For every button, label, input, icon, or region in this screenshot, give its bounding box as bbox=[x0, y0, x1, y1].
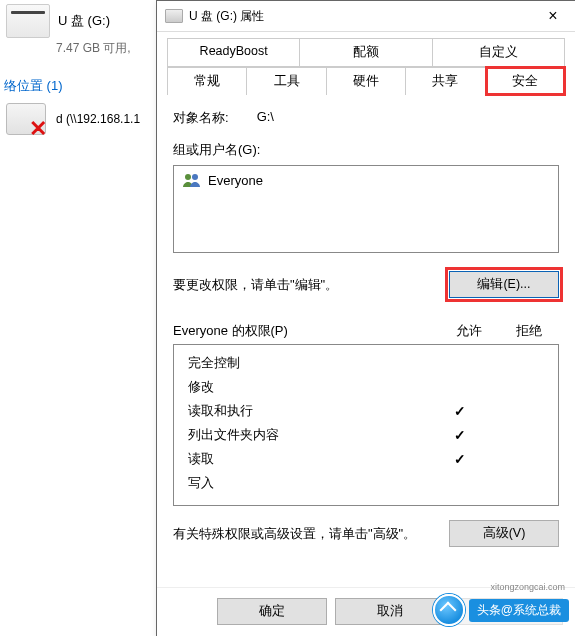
tab-strip: ReadyBoost 配额 自定义 常规 工具 硬件 共享 安全 bbox=[157, 32, 575, 95]
perm-name: 完全控制 bbox=[182, 354, 430, 372]
user-entry-label: Everyone bbox=[208, 173, 263, 188]
dialog-button-bar: 确定 取消 应用(A) bbox=[157, 587, 575, 636]
drive-label: U 盘 (G:) bbox=[58, 12, 110, 30]
perm-row: 读取和执行 bbox=[182, 399, 550, 423]
perm-row: 写入 bbox=[182, 471, 550, 495]
advanced-button[interactable]: 高级(V) bbox=[449, 520, 559, 547]
tab-row-1: ReadyBoost 配额 自定义 bbox=[167, 38, 565, 67]
perm-row: 完全控制 bbox=[182, 351, 550, 375]
tab-security[interactable]: 安全 bbox=[486, 67, 565, 95]
object-name-row: 对象名称: G:\ bbox=[173, 109, 559, 127]
perm-row: 修改 bbox=[182, 375, 550, 399]
drive-icon bbox=[6, 4, 50, 38]
permissions-header: Everyone 的权限(P) 允许 拒绝 bbox=[173, 322, 559, 340]
object-name-label: 对象名称: bbox=[173, 109, 229, 127]
column-allow: 允许 bbox=[439, 322, 499, 340]
permissions-listbox[interactable]: 完全控制 修改 读取和执行 列出文件夹内容 读取 bbox=[173, 344, 559, 506]
perm-row: 读取 bbox=[182, 447, 550, 471]
window-title: U 盘 (G:) 属性 bbox=[189, 8, 531, 25]
perm-allow bbox=[430, 427, 490, 443]
tab-customize[interactable]: 自定义 bbox=[433, 38, 565, 66]
svg-point-1 bbox=[192, 174, 198, 180]
advanced-hint-text: 有关特殊权限或高级设置，请单击"高级"。 bbox=[173, 525, 449, 543]
column-deny: 拒绝 bbox=[499, 322, 559, 340]
titlebar: U 盘 (G:) 属性 × bbox=[157, 1, 575, 32]
group-user-label: 组或用户名(G): bbox=[173, 141, 559, 159]
perm-allow bbox=[430, 403, 490, 419]
network-item-label: d (\\192.168.1.1 bbox=[56, 112, 140, 126]
apply-button[interactable]: 应用(A) bbox=[453, 598, 563, 625]
perm-name: 列出文件夹内容 bbox=[182, 426, 430, 444]
tab-tools[interactable]: 工具 bbox=[247, 67, 326, 95]
properties-dialog: U 盘 (G:) 属性 × ReadyBoost 配额 自定义 常规 工具 硬件… bbox=[156, 0, 575, 636]
tab-general[interactable]: 常规 bbox=[167, 67, 247, 95]
permissions-header-label: Everyone 的权限(P) bbox=[173, 322, 439, 340]
svg-point-0 bbox=[185, 174, 191, 180]
ok-button[interactable]: 确定 bbox=[217, 598, 327, 625]
perm-row: 列出文件夹内容 bbox=[182, 423, 550, 447]
dialog-body: 对象名称: G:\ 组或用户名(G): Everyone 要更改权限，请单击"编… bbox=[157, 95, 575, 587]
perm-name: 修改 bbox=[182, 378, 430, 396]
object-name-value: G:\ bbox=[257, 109, 274, 127]
perm-allow bbox=[430, 451, 490, 467]
perm-name: 读取 bbox=[182, 450, 430, 468]
drive-icon bbox=[165, 9, 183, 23]
cancel-button[interactable]: 取消 bbox=[335, 598, 445, 625]
users-icon bbox=[182, 172, 202, 188]
group-user-listbox[interactable]: Everyone bbox=[173, 165, 559, 253]
perm-name: 读取和执行 bbox=[182, 402, 430, 420]
tab-hardware[interactable]: 硬件 bbox=[327, 67, 406, 95]
tab-sharing[interactable]: 共享 bbox=[406, 67, 485, 95]
user-entry-everyone[interactable]: Everyone bbox=[180, 170, 552, 190]
disconnected-icon: ✕ bbox=[29, 118, 51, 140]
close-button[interactable]: × bbox=[531, 1, 575, 31]
advanced-row: 有关特殊权限或高级设置，请单击"高级"。 高级(V) bbox=[173, 520, 559, 547]
edit-button[interactable]: 编辑(E)... bbox=[449, 271, 559, 298]
watermark-url: xitongzongcai.com bbox=[490, 582, 565, 592]
perm-name: 写入 bbox=[182, 474, 430, 492]
edit-hint-text: 要更改权限，请单击"编辑"。 bbox=[173, 276, 449, 294]
tab-readyboost[interactable]: ReadyBoost bbox=[167, 38, 300, 66]
network-drive-icon: ✕ bbox=[6, 103, 46, 135]
tab-row-2: 常规 工具 硬件 共享 安全 bbox=[167, 67, 565, 95]
edit-permissions-row: 要更改权限，请单击"编辑"。 编辑(E)... bbox=[173, 271, 559, 298]
tab-quota[interactable]: 配额 bbox=[300, 38, 432, 66]
